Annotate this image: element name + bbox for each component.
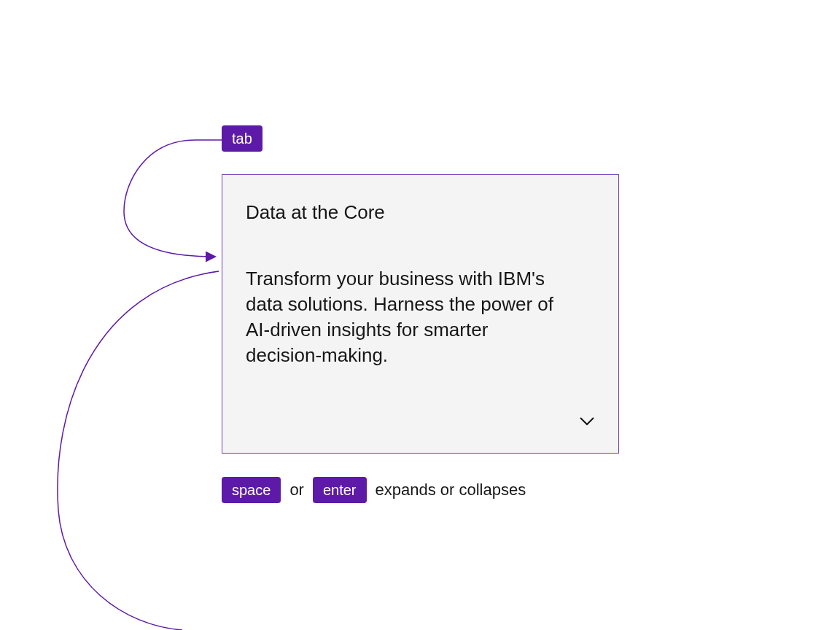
space-key-badge: space — [222, 477, 281, 503]
chevron-down-icon[interactable] — [579, 416, 595, 429]
expandable-card[interactable]: Data at the Core Transform your business… — [222, 174, 619, 454]
hint-action: expands or collapses — [376, 481, 526, 499]
keyboard-hint-row: space or enter expands or collapses — [222, 477, 526, 503]
card-body: Transform your business with IBM's data … — [246, 266, 567, 368]
card-title: Data at the Core — [246, 201, 595, 224]
enter-key-badge: enter — [313, 477, 367, 503]
tab-key-badge: tab — [222, 125, 262, 152]
hint-or: or — [289, 481, 304, 499]
